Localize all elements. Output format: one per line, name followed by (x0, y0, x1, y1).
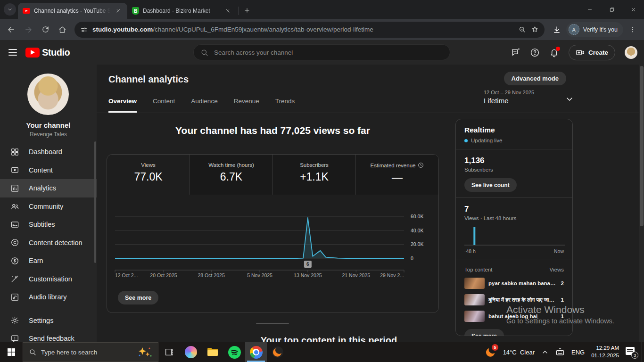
activate-windows-watermark: Activate Windows (506, 304, 585, 315)
metric-label: Subscribers (300, 162, 329, 168)
views-column-label: Views (550, 267, 564, 272)
file-explorer-button[interactable] (202, 342, 223, 362)
see-more-button[interactable]: See more (118, 291, 158, 304)
tab-revenue[interactable]: Revenue (234, 98, 259, 113)
tab-close-icon[interactable] (114, 7, 123, 15)
language-indicator[interactable]: ENG (571, 349, 585, 356)
sidebar-item-dashboard[interactable]: Dashboard (0, 143, 97, 161)
back-button[interactable] (4, 22, 19, 37)
zoom-icon[interactable] (518, 25, 526, 33)
tab-search-button[interactable] (4, 3, 16, 16)
home-button[interactable] (55, 22, 70, 37)
sidebar-scrollbar[interactable] (94, 141, 96, 263)
realtime-see-more-button[interactable]: See more (464, 329, 504, 336)
channel-search-input[interactable]: Search across your channel (193, 44, 450, 60)
show-desktop-button[interactable] (642, 342, 644, 362)
youtube-favicon (23, 8, 30, 14)
time: 12:29 AM (596, 345, 619, 351)
views-chart[interactable]: 60.0K40.0K20.0K012 Oct 2...20 Oct 202528… (107, 195, 438, 283)
tray-chevron-up-icon[interactable] (541, 348, 549, 356)
realtime-title: Realtime (464, 126, 564, 134)
copyright-icon (10, 238, 19, 247)
realtime-bar-chart[interactable] (464, 226, 565, 247)
date-period-selector[interactable]: 12 Oct – 29 Nov 2025 Lifetime (484, 90, 568, 105)
bizkro-favicon: B (132, 7, 139, 15)
sidebar-item-label: Content (29, 166, 53, 174)
sidebar-item-earn[interactable]: Earn (0, 252, 97, 270)
scrollbar-thumb[interactable] (640, 66, 644, 226)
notifications-button[interactable] (549, 48, 559, 58)
profile-verify-button[interactable]: A Verify it's you (566, 22, 623, 37)
sidebar-item-label: Send feedback (29, 335, 74, 342)
sidebar-item-community[interactable]: Community (0, 197, 97, 216)
tab-content[interactable]: Content (153, 98, 175, 113)
forward-button[interactable] (21, 22, 36, 37)
fl-studio-button[interactable] (267, 342, 289, 362)
advanced-mode-button[interactable]: Advanced mode (504, 72, 566, 85)
start-button[interactable] (0, 342, 23, 362)
analytics-content: Channel analytics Advanced mode Overview… (97, 65, 644, 342)
clock[interactable]: 12:29 AM 01-12-2025 (591, 345, 619, 359)
svg-text:0: 0 (411, 255, 413, 261)
sidebar-item-settings[interactable]: Settings (0, 312, 97, 330)
copilot-button[interactable] (180, 342, 202, 362)
site-settings-icon[interactable] (80, 26, 88, 33)
browser-tab-dashboard[interactable]: B Dashboard - Bizkro Market (127, 3, 237, 19)
updating-live-label: Updating live (471, 138, 502, 143)
taskbar-search-input[interactable]: Type here to search (23, 342, 158, 362)
sidebar-item-audio-library[interactable]: Audio library (0, 288, 97, 306)
metric-card-watch-time-hours-[interactable]: Watch time (hours)6.7K (190, 155, 273, 195)
metric-card-estimated-revenue[interactable]: Estimated revenue— (356, 155, 438, 195)
profile-avatar: A (569, 24, 579, 35)
sidebar-item-content-detection[interactable]: Content detection (0, 234, 97, 252)
close-button[interactable] (622, 0, 644, 19)
weather-widget[interactable]: 14°C Clear (503, 349, 535, 356)
downloads-button[interactable] (549, 22, 564, 37)
account-avatar[interactable] (625, 46, 637, 59)
sidebar-divider (0, 309, 97, 309)
desktop: Channel analytics - YouTube Stu B Dashbo… (0, 0, 644, 362)
metric-card-subscribers[interactable]: Subscribers+1.1K (273, 155, 356, 195)
studio-sidebar: Your channel Revenge Tales DashboardCont… (0, 65, 97, 342)
restore-button[interactable] (601, 0, 622, 19)
menu-hamburger-button[interactable] (8, 49, 17, 56)
browser-menu-button[interactable] (625, 22, 640, 37)
browser-tab-channel-analytics[interactable]: Channel analytics - YouTube Stu (18, 3, 127, 19)
sidebar-item-label: Dashboard (29, 148, 62, 156)
verify-label: Verify it's you (583, 26, 618, 33)
see-live-count-button[interactable]: See live count (464, 178, 517, 192)
windows-logo-icon (8, 348, 15, 356)
home-icon (58, 25, 66, 34)
sidebar-item-analytics[interactable]: Analytics (0, 179, 97, 197)
sidebar-item-content[interactable]: Content (0, 161, 97, 180)
tray-app-button[interactable]: 5 (485, 346, 496, 358)
sidebar-item-subtitles[interactable]: Subtitles (0, 215, 97, 234)
page-scrollbar[interactable] (639, 40, 644, 342)
channel-avatar[interactable] (27, 74, 69, 115)
create-button[interactable]: Create (569, 45, 615, 60)
live-dot-icon (464, 139, 468, 142)
system-tray: 5 14°C Clear ENG 12:29 AM 01-12-2025 3 (485, 342, 642, 362)
tab-trends[interactable]: Trends (275, 98, 295, 113)
bookmark-star-icon[interactable] (531, 25, 539, 33)
chrome-button[interactable] (245, 342, 267, 362)
reload-button[interactable] (38, 22, 53, 37)
feedback-comment-icon[interactable] (511, 48, 520, 58)
studio-logo[interactable]: Studio (25, 47, 70, 58)
tab-audience[interactable]: Audience (191, 98, 217, 113)
task-view-button[interactable] (158, 342, 180, 362)
help-icon[interactable] (530, 48, 540, 58)
metric-card-views[interactable]: Views77.0K (107, 155, 190, 195)
address-bar[interactable]: studio.youtube.com/channel/UCpUPuL_6FmdE… (74, 22, 545, 38)
top-content-row[interactable]: pyar sabko mahan banata hai2 (464, 278, 564, 289)
search-placeholder: Search across your channel (214, 49, 293, 56)
spotify-button[interactable] (223, 342, 245, 362)
new-tab-button[interactable] (241, 4, 253, 16)
sidebar-item-customisation[interactable]: Customisation (0, 270, 97, 288)
action-center-button[interactable]: 3 (626, 347, 637, 357)
tab-overview[interactable]: Overview (108, 98, 137, 113)
minimize-button[interactable] (579, 0, 601, 19)
touch-keyboard-icon[interactable] (555, 347, 565, 357)
sidebar-item-label: Community (29, 203, 63, 210)
tab-close-icon[interactable] (223, 7, 232, 15)
